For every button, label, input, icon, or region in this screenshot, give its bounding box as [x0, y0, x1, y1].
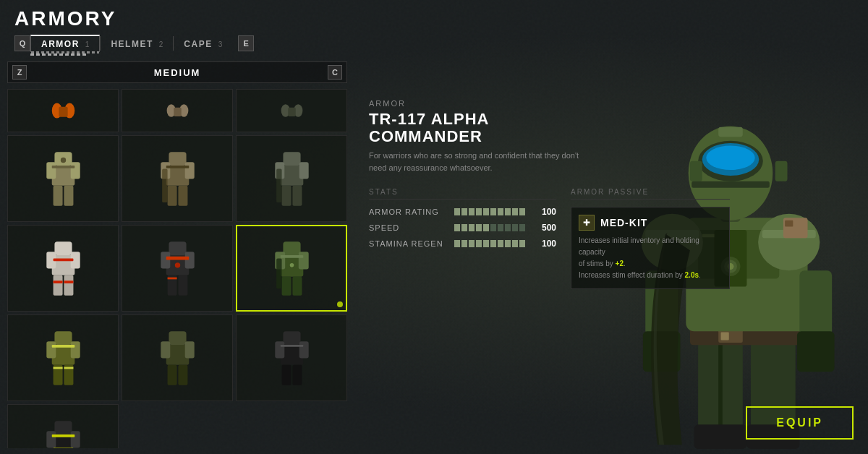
panel-header: Z MEDIUM C [7, 61, 347, 83]
stat-pip [498, 208, 503, 215]
svg-rect-117 [797, 331, 835, 372]
stat-pip [461, 208, 467, 215]
stat-pip [490, 208, 496, 215]
list-item[interactable] [236, 135, 347, 222]
stat-name-armor: ARMOR RATING [369, 207, 448, 216]
svg-rect-80 [280, 344, 303, 346]
tab-helmet[interactable]: HELMET 2 [101, 35, 173, 52]
list-item[interactable] [7, 404, 119, 448]
svg-rect-59 [54, 331, 72, 345]
stat-pip [454, 208, 460, 215]
equip-button-area: EQUIP [746, 406, 854, 440]
svg-rect-40 [64, 280, 73, 283]
list-item[interactable] [236, 225, 347, 312]
passive-description: Increases initial inventory and holding … [579, 235, 722, 281]
svg-rect-113 [785, 220, 793, 227]
stat-pip [461, 224, 467, 231]
svg-rect-123 [718, 127, 743, 137]
svg-rect-115 [799, 270, 832, 335]
stat-pip [505, 224, 511, 231]
svg-rect-25 [283, 152, 300, 166]
stat-pip [454, 240, 460, 247]
stat-row-stamina: STAMINA REGEN [369, 239, 556, 249]
main-content: Z MEDIUM C [0, 56, 868, 454]
armor-thumbnail [40, 234, 87, 303]
stat-name-speed: SPEED [369, 223, 448, 232]
svg-rect-20 [184, 162, 194, 179]
svg-rect-2 [59, 107, 67, 117]
svg-rect-5 [174, 108, 182, 116]
right-panel: ARMOR TR-117 ALPHA COMMANDER For warrior… [354, 56, 868, 454]
list-item[interactable] [7, 225, 119, 312]
item-description: For warriors who are so strong and confi… [369, 150, 593, 174]
stat-pip [483, 208, 489, 215]
svg-point-122 [706, 145, 754, 170]
armor-thumbnail [279, 96, 305, 125]
svg-rect-124 [690, 161, 702, 181]
svg-rect-36 [53, 275, 62, 295]
svg-rect-24 [166, 165, 189, 168]
svg-rect-53 [298, 252, 308, 269]
armor-thumbnail [40, 414, 87, 449]
key-z: Z [12, 65, 27, 80]
item-name: TR-117 ALPHA COMMANDER [369, 111, 593, 145]
svg-rect-41 [169, 241, 186, 255]
stat-pip [490, 224, 496, 231]
stat-value-armor: 100 [531, 207, 556, 217]
tab-armor[interactable]: ARMOR 1 [30, 35, 100, 52]
list-item[interactable] [7, 135, 119, 222]
list-item[interactable] [7, 314, 119, 401]
stat-bar-armor [454, 208, 525, 215]
stat-pip [519, 240, 525, 247]
svg-rect-38 [53, 258, 73, 261]
list-item[interactable] [122, 135, 233, 222]
stats-section: STATS ARMOR RATING [369, 188, 556, 289]
stat-pip [469, 208, 475, 215]
svg-rect-23 [162, 168, 167, 202]
stat-pip [498, 224, 503, 231]
svg-rect-56 [276, 258, 281, 288]
svg-rect-62 [70, 341, 80, 358]
passive-name: MED-KIT [600, 217, 647, 228]
svg-rect-71 [184, 341, 194, 358]
svg-point-58 [289, 263, 294, 267]
stat-pip [519, 224, 525, 231]
svg-rect-50 [283, 241, 300, 255]
svg-rect-83 [46, 431, 56, 447]
stat-pip [490, 240, 496, 247]
highlight-duration: 2.0s [685, 271, 699, 279]
list-item[interactable] [236, 89, 347, 132]
stat-pip [454, 224, 460, 231]
svg-rect-81 [54, 421, 72, 434]
list-item[interactable] [122, 314, 233, 401]
stats-passive-row: STATS ARMOR RATING [369, 188, 593, 289]
stat-pip [461, 240, 467, 247]
armor-thumbnail [154, 234, 201, 303]
svg-rect-49 [167, 277, 176, 279]
svg-rect-29 [281, 185, 291, 205]
passive-box: ✚ MED-KIT Increases initial inventory an… [571, 207, 730, 289]
stat-value-speed: 500 [531, 223, 556, 233]
svg-rect-32 [54, 241, 72, 255]
svg-rect-54 [281, 276, 291, 295]
svg-rect-8 [288, 108, 296, 116]
header: ARMORY Q ARMOR 1 HELMET 2 CAPE 3 E [0, 0, 868, 56]
list-item[interactable] [122, 89, 233, 132]
list-item[interactable] [122, 225, 233, 312]
stat-pip [483, 224, 489, 231]
svg-rect-21 [167, 185, 176, 205]
armor-thumbnail [40, 145, 87, 213]
selected-indicator [337, 301, 343, 307]
filter-label: MEDIUM [154, 67, 201, 78]
page-title: ARMORY [14, 9, 854, 29]
stat-pip [476, 208, 482, 215]
stat-name-stamina: STAMINA REGEN [369, 239, 448, 248]
stat-pip [483, 240, 489, 247]
svg-rect-57 [280, 254, 303, 257]
list-item[interactable] [236, 314, 347, 401]
equip-button[interactable]: EQUIP [746, 406, 854, 440]
svg-rect-15 [51, 165, 75, 168]
tab-cape[interactable]: CAPE 3 [174, 35, 232, 52]
left-panel: Z MEDIUM C [0, 56, 354, 454]
list-item[interactable] [7, 89, 119, 132]
